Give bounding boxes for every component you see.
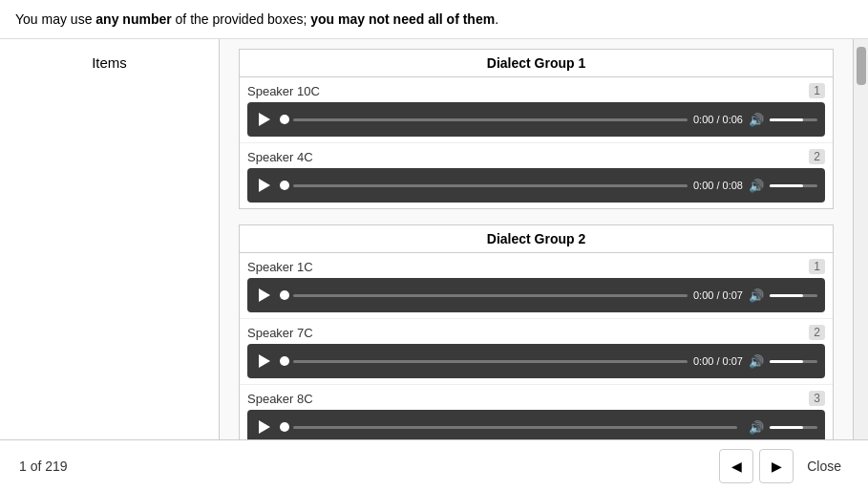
scrollbar-thumb[interactable] — [857, 47, 866, 85]
audio-player[interactable]: 0:00 / 0:06🔊 — [247, 102, 825, 137]
instruction-text: You may use any number of the provided b… — [15, 11, 498, 27]
instruction-middle: of the provided boxes; — [176, 11, 311, 27]
close-button[interactable]: Close — [799, 455, 849, 478]
speaker-header: Speaker 7C2 — [247, 325, 825, 340]
nav-buttons: ◀ ▶ Close — [719, 449, 849, 483]
volume-bar[interactable] — [770, 426, 817, 429]
speaker-row: Speaker 10C10:00 / 0:06🔊 — [240, 77, 833, 143]
speaker-header: Speaker 10C1 — [247, 83, 825, 98]
speaker-number: 2 — [809, 149, 825, 164]
volume-icon[interactable]: 🔊 — [749, 113, 764, 127]
speaker-number: 3 — [809, 391, 825, 406]
speaker-name: Speaker 7C — [247, 326, 313, 340]
instruction-bar: You may use any number of the provided b… — [0, 0, 868, 39]
speaker-name: Speaker 8C — [247, 392, 313, 406]
volume-icon[interactable]: 🔊 — [749, 354, 764, 369]
progress-container[interactable] — [280, 422, 737, 432]
speaker-header: Speaker 4C2 — [247, 149, 825, 164]
main-content: Items Dialect Group 1Speaker 10C10:00 / … — [0, 39, 868, 439]
next-button[interactable]: ▶ — [759, 449, 794, 483]
audio-player[interactable]: 0:00 / 0:08🔊 — [247, 168, 825, 203]
dialect-group-header: Dialect Group 1 — [240, 50, 833, 77]
speaker-row: Speaker 4C20:00 / 0:08🔊 — [240, 143, 833, 208]
audio-player[interactable]: 🔊 — [247, 410, 825, 439]
speaker-row: Speaker 7C20:00 / 0:07🔊 — [240, 319, 833, 385]
time-display: 0:00 / 0:08 — [693, 180, 743, 191]
progress-bar[interactable] — [293, 294, 688, 297]
speaker-row: Speaker 8C3🔊 — [240, 385, 833, 439]
play-button[interactable] — [255, 176, 274, 195]
dialect-group-group-2: Dialect Group 2Speaker 1C10:00 / 0:07🔊Sp… — [239, 224, 834, 439]
volume-fill — [770, 426, 803, 429]
progress-bar[interactable] — [293, 184, 688, 187]
volume-icon[interactable]: 🔊 — [749, 288, 764, 303]
play-button[interactable] — [255, 110, 274, 129]
dialect-group-group-1: Dialect Group 1Speaker 10C10:00 / 0:06🔊S… — [239, 49, 834, 209]
volume-bar[interactable] — [770, 360, 817, 363]
progress-container[interactable] — [280, 356, 688, 366]
volume-bar[interactable] — [770, 294, 817, 297]
pagination-info: 1 of 219 — [19, 459, 68, 474]
volume-bar[interactable] — [770, 184, 817, 187]
speaker-name: Speaker 4C — [247, 150, 313, 164]
instruction-end: . — [495, 11, 498, 27]
progress-dot — [280, 422, 289, 432]
volume-fill — [770, 360, 803, 363]
play-icon — [259, 354, 270, 368]
play-icon — [259, 179, 270, 192]
of-label: of — [31, 459, 42, 474]
progress-container[interactable] — [280, 115, 688, 124]
progress-dot — [280, 356, 289, 366]
speaker-number: 1 — [809, 259, 825, 274]
time-display: 0:00 / 0:07 — [693, 355, 743, 367]
volume-icon[interactable]: 🔊 — [749, 179, 764, 193]
items-label: Items — [92, 54, 127, 71]
volume-fill — [770, 184, 803, 187]
speaker-header: Speaker 1C1 — [247, 259, 825, 274]
play-icon — [259, 113, 270, 126]
play-icon — [259, 420, 270, 434]
speaker-row: Speaker 1C10:00 / 0:07🔊 — [240, 253, 833, 319]
speaker-number: 1 — [809, 83, 825, 98]
total-pages: 219 — [45, 459, 67, 474]
progress-container[interactable] — [280, 181, 688, 190]
play-button[interactable] — [255, 417, 274, 437]
play-icon — [259, 288, 270, 302]
progress-dot — [280, 181, 289, 190]
speaker-number: 2 — [809, 325, 825, 340]
footer: 1 of 219 ◀ ▶ Close — [0, 439, 868, 491]
speaker-name: Speaker 10C — [247, 84, 320, 98]
audio-player[interactable]: 0:00 / 0:07🔊 — [247, 278, 825, 312]
play-button[interactable] — [255, 352, 274, 371]
time-display: 0:00 / 0:06 — [693, 114, 743, 125]
progress-dot — [280, 115, 289, 124]
current-page: 1 — [19, 459, 27, 474]
speaker-name: Speaker 1C — [247, 260, 313, 274]
progress-bar[interactable] — [293, 118, 688, 121]
scrollbar[interactable] — [853, 39, 868, 439]
play-button[interactable] — [255, 286, 274, 305]
volume-bar[interactable] — [770, 118, 817, 121]
volume-icon[interactable]: 🔊 — [749, 420, 764, 435]
bold-any-number: any number — [95, 11, 171, 27]
volume-fill — [770, 294, 803, 297]
time-display: 0:00 / 0:07 — [693, 289, 743, 301]
progress-bar[interactable] — [293, 426, 737, 429]
audio-player[interactable]: 0:00 / 0:07🔊 — [247, 344, 825, 378]
progress-dot — [280, 290, 289, 300]
dialect-group-header: Dialect Group 2 — [240, 225, 833, 253]
progress-container[interactable] — [280, 290, 688, 300]
items-label-container: Items — [0, 39, 220, 439]
progress-bar[interactable] — [293, 360, 688, 363]
volume-fill — [770, 118, 803, 121]
right-panel[interactable]: Dialect Group 1Speaker 10C10:00 / 0:06🔊S… — [220, 39, 853, 439]
bold-not-need-all: you may not need all of them — [310, 11, 495, 27]
speaker-header: Speaker 8C3 — [247, 391, 825, 406]
prev-button[interactable]: ◀ — [719, 449, 753, 483]
